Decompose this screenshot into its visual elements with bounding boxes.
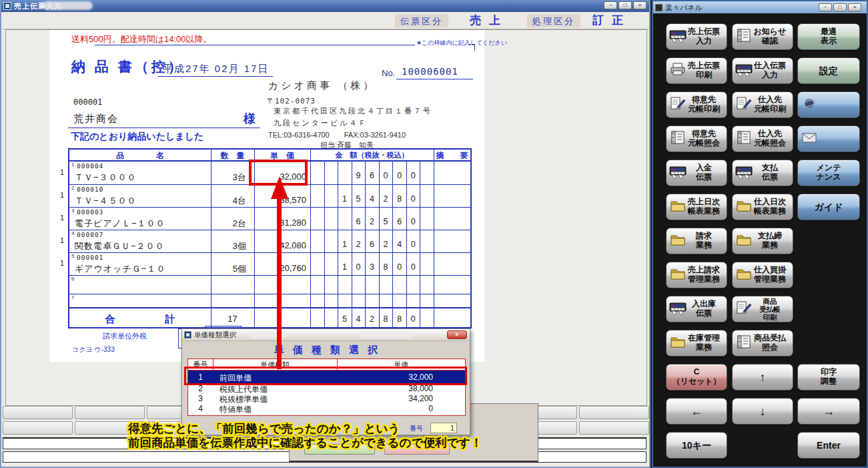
- customer-code[interactable]: 000001: [73, 97, 102, 107]
- doc-date[interactable]: 平成27年 02月 17日: [163, 63, 269, 75]
- amount-comb-line: [352, 276, 352, 294]
- panel-button[interactable]: 支払伝票: [732, 160, 793, 186]
- panel-button[interactable]: 商品受払照会: [732, 330, 793, 357]
- doc-pen-icon: [735, 300, 753, 318]
- panel-button[interactable]: 支払締業務: [732, 228, 793, 254]
- price-type-row[interactable]: 2税抜上代単価38,000: [188, 384, 465, 394]
- panel-button-label: 10キー: [682, 440, 711, 451]
- customer-name[interactable]: 荒井商会: [73, 113, 119, 126]
- maximize-button[interactable]: □: [618, 1, 632, 9]
- amount-comb-line: [338, 208, 338, 230]
- dialog-titlebar[interactable]: 単価種類選択: [182, 329, 470, 341]
- invoice-row[interactable]: 2000010ＴＶ−４５００4台38,570154280: [69, 184, 470, 207]
- panel-button[interactable]: 仕入買掛管理業務: [732, 262, 793, 288]
- panel-button-label: ←: [691, 405, 703, 419]
- panel-button[interactable]: 売上伝票入力: [666, 23, 727, 50]
- folder-icon: [735, 198, 753, 216]
- amount-comb-line: [324, 294, 325, 307]
- amount-comb-line: [379, 294, 380, 307]
- panel-minimize-button[interactable]: －: [819, 3, 832, 11]
- panel-button[interactable]: 入金伝票: [666, 160, 727, 186]
- panel-button[interactable]: 売上伝票印刷: [666, 57, 727, 84]
- panel-button[interactable]: 印字調整: [797, 364, 860, 391]
- panel-button[interactable]: ガイド: [797, 194, 860, 220]
- panel-button-label: 請求業務: [696, 232, 712, 250]
- amount-digit-cell: 1: [338, 230, 352, 252]
- panel-button[interactable]: 仕入日次帳表業務: [732, 194, 793, 220]
- dialog-close-button[interactable]: ×: [447, 330, 467, 339]
- invoice-header-col-item: 品 名: [69, 150, 211, 162]
- panel-button[interactable]: 仕入先元帳印刷: [732, 91, 793, 118]
- panel-button[interactable]: ↑: [732, 364, 793, 391]
- toolbar-segment[interactable]: [579, 421, 649, 435]
- app-icon: [3, 2, 11, 10]
- panel-button[interactable]: 最適表示: [797, 23, 860, 50]
- close-button[interactable]: ×: [633, 1, 646, 9]
- price-row-value: 38,000: [408, 384, 433, 393]
- panel-button[interactable]: 入出庫伝票: [666, 296, 727, 322]
- amount-digit-cell: 9: [352, 162, 366, 184]
- company-telfax: TEL:03-6316-4700 FAX:03-3261-9410: [268, 130, 406, 140]
- shori-kubun-value[interactable]: 訂正: [592, 13, 631, 28]
- dialog-title: 単価種類選択: [194, 330, 236, 340]
- item-code: 000001: [77, 254, 103, 261]
- item-price[interactable]: 20,760: [280, 263, 306, 273]
- toolbar-segment[interactable]: [3, 421, 73, 435]
- panel-button[interactable]: C（リセット）: [666, 364, 727, 391]
- panel-button[interactable]: ↓: [732, 398, 793, 425]
- invoice-row[interactable]: 7: [69, 294, 470, 307]
- toolbar-segment[interactable]: [579, 406, 649, 419]
- item-name: ギアウオッチＧ−１０: [75, 263, 165, 275]
- panel-button[interactable]: 売上請求管理業務: [666, 262, 727, 288]
- toolbar-segment[interactable]: [3, 406, 73, 419]
- amount-comb-line: [420, 276, 420, 294]
- folder-icon: [669, 334, 687, 352]
- toolbar-segment[interactable]: [75, 406, 145, 419]
- panel-button-label: 印字調整: [821, 368, 837, 387]
- amount-comb-line: [324, 308, 325, 330]
- amount-digit-cell: 2: [352, 230, 366, 252]
- panel-button[interactable]: 仕入先元帳照会: [732, 126, 793, 152]
- denpyo-kubun-value[interactable]: 売上: [470, 13, 508, 28]
- price-row-number: 2: [188, 384, 213, 393]
- panel-button[interactable]: メンテナンス: [797, 160, 860, 186]
- panel-close-button[interactable]: ×: [848, 3, 861, 11]
- panel-button[interactable]: 得意先元帳照会: [666, 126, 727, 152]
- price-type-row[interactable]: 3税抜標準単価34,200: [188, 394, 465, 404]
- panel-button[interactable]: お知らせ確認: [732, 23, 793, 50]
- panel-button[interactable]: 10キー: [666, 432, 727, 459]
- invoice-header-col-amount: 金 額（税抜・税込）: [310, 150, 434, 160]
- panel-button-label: 設定: [819, 65, 838, 76]
- panel-button[interactable]: 仕入伝票入力: [732, 57, 793, 84]
- item-price[interactable]: 42,080: [280, 240, 306, 250]
- price-type-row[interactable]: 4特値単価0: [188, 404, 465, 414]
- invoice-row[interactable]: 5000001ギアウオッチＧ−１０5個20,760103800: [69, 252, 470, 275]
- amount-digit-cell: 2: [379, 185, 393, 207]
- panel-button[interactable]: 売上日次帳表業務: [666, 194, 727, 220]
- minimize-button[interactable]: －: [604, 1, 617, 9]
- panel-button[interactable]: ←: [666, 398, 727, 425]
- panel-button[interactable]: →: [797, 398, 860, 425]
- item-price[interactable]: 31,280: [280, 218, 306, 228]
- panel-button-label: 売上日次帳表業務: [688, 198, 720, 216]
- panel-maximize-button[interactable]: □: [833, 3, 847, 11]
- panel-button[interactable]: [797, 91, 860, 118]
- doc-pen-icon: [669, 96, 687, 113]
- panel-button[interactable]: Enter: [797, 432, 860, 459]
- amount-comb-line: [338, 276, 338, 294]
- customer-underline: [68, 128, 260, 128]
- panel-button[interactable]: 商品受払帳印刷: [732, 296, 793, 322]
- doc-no-value[interactable]: 100006001: [402, 66, 458, 77]
- panel-button[interactable]: [797, 126, 860, 152]
- main-titlebar[interactable]: 売上伝票入力: [1, 0, 649, 12]
- panel-button[interactable]: 請求業務: [666, 228, 727, 254]
- globe-icon: [801, 96, 818, 113]
- panel-button[interactable]: 在庫管理業務: [666, 330, 727, 357]
- panel-button[interactable]: 設定: [797, 57, 860, 84]
- invoice-row[interactable]: 3000003電子ピアノＬ−１００2台31,28062560: [69, 207, 470, 230]
- invoice-row[interactable]: 6: [69, 275, 470, 294]
- item-name: 電子ピアノＬ−１００: [75, 218, 165, 230]
- amount-digit-cell: 6: [392, 208, 406, 230]
- panel-button[interactable]: 得意先元帳印刷: [666, 91, 727, 118]
- invoice-row[interactable]: 4000007関数電卓ＧＵ−２００3個42,080126240: [69, 230, 470, 252]
